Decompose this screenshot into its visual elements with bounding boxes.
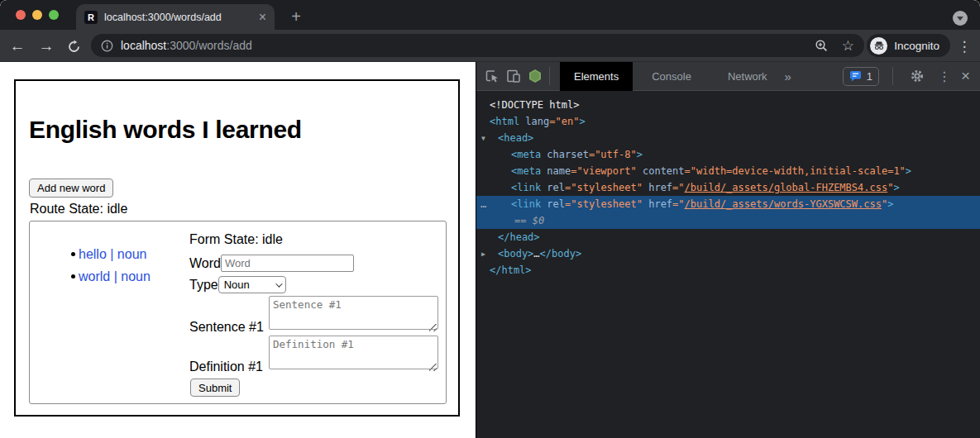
expand-arrow-icon[interactable]: ▼ (477, 135, 490, 142)
info-icon[interactable] (101, 40, 113, 52)
divider (549, 67, 550, 85)
traffic-light-minimize[interactable] (32, 10, 42, 20)
device-toolbar-icon (505, 68, 522, 84)
form-state-text: Form State: idle (189, 232, 283, 247)
browser-toolbar: ← → localhost:3000/words/add ☆ (0, 30, 980, 62)
definition-label: Definition #1 (189, 359, 269, 374)
new-tab-button[interactable]: + (285, 6, 307, 27)
divider (892, 67, 893, 85)
code-text: <body>…</body> (476, 248, 581, 259)
resize-grip-icon[interactable] (429, 364, 437, 371)
profile-chevron-icon[interactable] (953, 11, 968, 26)
browser-tab[interactable]: R localhost:3000/words/add × (76, 4, 275, 30)
word-link-world[interactable]: world | noun (79, 269, 151, 283)
traffic-light-fullscreen[interactable] (49, 10, 59, 20)
hover-dots-icon[interactable]: … (477, 198, 490, 210)
content-area: English words I learned Add new word Rou… (0, 62, 980, 438)
incognito-badge: Incognito (867, 34, 950, 57)
code-line[interactable]: <meta charset="utf-8"> (476, 146, 980, 163)
inspect-cursor-icon (484, 68, 500, 84)
tab-elements[interactable]: Elements (560, 62, 633, 91)
code-text: <!DOCTYPE html> (476, 99, 579, 111)
issues-count: 1 (867, 70, 872, 83)
settings-button[interactable] (906, 65, 928, 87)
remix-favicon-icon: R (84, 11, 98, 24)
words-panel: hello | noun world | noun Form State: id… (29, 221, 447, 404)
tab-strip: R localhost:3000/words/add × + (0, 0, 980, 30)
code-line[interactable]: </html> (476, 262, 980, 279)
word-label: Word (189, 256, 221, 271)
tab-console[interactable]: Console (641, 62, 702, 91)
browser-menu-button[interactable]: ⋮ (955, 36, 973, 57)
code-line[interactable]: <link rel="stylesheet" href="/build/_ass… (476, 179, 980, 196)
definition-textarea[interactable] (269, 336, 438, 369)
back-button[interactable]: ← (7, 36, 28, 57)
devtools-close-button[interactable]: × (961, 67, 970, 85)
forward-button[interactable]: → (36, 36, 57, 57)
browser-window: R localhost:3000/words/add × + ← → local… (0, 0, 980, 438)
chevron-down-icon (957, 17, 963, 21)
devtools-panel: Elements Console Network » 1 (476, 62, 980, 438)
code-line[interactable]: == $0 (476, 212, 980, 229)
code-text: </head> (476, 231, 540, 243)
page-title: English words I learned (29, 116, 302, 144)
code-line[interactable]: <!DOCTYPE html> (476, 97, 980, 113)
code-text: <meta charset="utf-8"> (476, 149, 643, 160)
code-text: <link rel="stylesheet" href="/build/_ass… (476, 198, 893, 210)
code-line[interactable]: <html lang="en"> (476, 113, 980, 130)
devtools-toolbar: Elements Console Network » 1 (476, 62, 980, 91)
device-toolbar-button[interactable] (503, 65, 524, 87)
code-line[interactable]: …<link rel="stylesheet" href="/build/_as… (476, 196, 980, 212)
bookmark-star-icon[interactable]: ☆ (842, 37, 854, 55)
code-line[interactable]: ▼<head> (476, 130, 980, 146)
code-text: <link rel="stylesheet" href="/build/_ass… (476, 182, 900, 193)
code-text: <html lang="en"> (476, 116, 586, 127)
resize-grip-icon[interactable] (429, 324, 437, 331)
tab-title: localhost:3000/words/add (104, 12, 254, 23)
tab-network[interactable]: Network (717, 62, 778, 91)
more-tabs-button[interactable]: » (778, 69, 798, 83)
add-new-word-button[interactable]: Add new word (29, 179, 113, 198)
route-state-text: Route State: idle (30, 202, 127, 217)
zoom-magnifier-icon[interactable] (815, 39, 829, 53)
issues-counter[interactable]: 1 (843, 67, 879, 86)
sentence-textarea[interactable] (269, 296, 438, 330)
list-item: world | noun (30, 265, 151, 288)
address-bar[interactable]: localhost:3000/words/add ☆ (91, 34, 864, 57)
reload-button[interactable] (63, 36, 84, 57)
traffic-light-close[interactable] (16, 10, 26, 20)
incognito-label: Incognito (894, 40, 939, 52)
code-line[interactable]: </head> (476, 229, 980, 245)
app-container: English words I learned Add new word Rou… (14, 79, 460, 417)
code-text: </html> (476, 264, 532, 276)
devtools-menu-button[interactable]: ⋮ (938, 69, 951, 84)
type-label: Type (189, 278, 218, 293)
type-select[interactable]: Noun (218, 276, 286, 293)
expand-arrow-icon[interactable]: ▶ (477, 250, 490, 258)
code-line[interactable]: <meta name="viewport" content="width=dev… (476, 163, 980, 179)
code-text: <meta name="viewport" content="width=dev… (476, 165, 911, 177)
type-select-value: Noun (224, 279, 250, 291)
word-link-hello[interactable]: hello | noun (79, 247, 146, 261)
sentence-label: Sentence #1 (189, 320, 269, 335)
list-item: hello | noun (30, 243, 151, 265)
issues-bubble-icon (849, 70, 862, 82)
inspect-element-button[interactable] (481, 65, 503, 87)
url-text: localhost:3000/words/add (121, 39, 252, 52)
node-extension-button[interactable] (524, 65, 546, 87)
gear-icon (910, 69, 925, 83)
tab-close-icon[interactable]: × (259, 11, 266, 24)
node-hexagon-icon (528, 69, 543, 83)
code-text: == $0 (476, 215, 544, 226)
reload-icon (67, 40, 81, 54)
code-line[interactable]: ▶<body>…</body> (476, 245, 980, 262)
chevron-down-icon (275, 280, 282, 287)
devtools-code: <!DOCTYPE html><html lang="en">▼<head><m… (476, 91, 980, 279)
incognito-icon (870, 37, 887, 55)
webpage: English words I learned Add new word Rou… (0, 62, 476, 438)
submit-button[interactable]: Submit (190, 378, 240, 397)
word-list: hello | noun world | noun (30, 243, 151, 288)
word-input[interactable] (221, 255, 354, 272)
